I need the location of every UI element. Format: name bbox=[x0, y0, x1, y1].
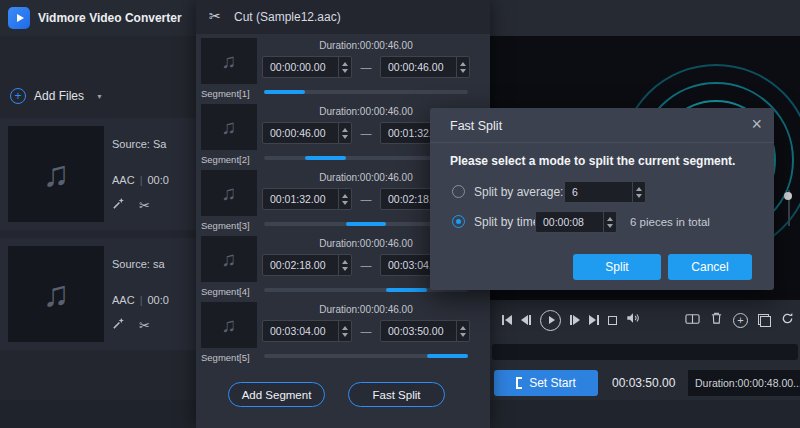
music-note-icon: ♫ bbox=[222, 50, 237, 73]
segment-label: Segment[3] bbox=[201, 220, 250, 231]
segment-start-input[interactable]: 00:00:00.00 bbox=[262, 56, 352, 78]
volume-slider-knob[interactable] bbox=[784, 192, 792, 200]
segment-duration: Duration:00:00:46.00 bbox=[262, 304, 470, 315]
average-count-value: 6 bbox=[572, 186, 578, 198]
spinner-arrows[interactable] bbox=[338, 255, 351, 275]
set-start-button[interactable]: Set Start bbox=[494, 370, 598, 396]
file-format-label: AAC|00:0 bbox=[112, 294, 196, 306]
file-item[interactable]: ♫ Source: Sa AAC|00:0 ✂ bbox=[0, 118, 196, 230]
fast-split-title: Fast Split bbox=[450, 119, 502, 133]
file-source-label: Source: Sa bbox=[112, 138, 196, 150]
segment-start-input[interactable]: 00:02:18.00 bbox=[262, 254, 352, 276]
segment-slider-fill[interactable] bbox=[427, 354, 468, 358]
file-item[interactable]: ♫ Source: sa AAC|00:0 ✂ bbox=[0, 238, 196, 350]
segment-thumbnail[interactable]: ♫ bbox=[201, 170, 257, 216]
split-by-average-radio[interactable] bbox=[452, 185, 465, 198]
codec-label: AAC bbox=[112, 174, 135, 186]
range-separator: — bbox=[352, 61, 380, 73]
add-files-label: Add Files bbox=[34, 89, 84, 103]
segment-label: Segment[1] bbox=[201, 88, 250, 99]
split-button[interactable]: Split bbox=[573, 254, 661, 280]
segment-end-input[interactable]: 00:03:50.00 bbox=[380, 320, 470, 342]
spinner-arrows[interactable] bbox=[603, 212, 616, 232]
segment-start-input[interactable]: 00:01:32.00 bbox=[262, 188, 352, 210]
segment-slider[interactable] bbox=[264, 90, 468, 94]
segment-row: ♫ Segment[1] Duration:00:00:46.00 00:00:… bbox=[196, 38, 490, 104]
reset-icon[interactable] bbox=[781, 311, 794, 329]
copy-icon[interactable] bbox=[758, 314, 771, 327]
segment-thumbnail[interactable]: ♫ bbox=[201, 302, 257, 348]
music-note-icon: ♫ bbox=[222, 314, 237, 337]
segment-slider-fill[interactable] bbox=[264, 90, 305, 94]
compare-icon[interactable] bbox=[685, 311, 700, 329]
start-time-value: 00:00:46.00 bbox=[270, 127, 325, 139]
music-note-icon: ♫ bbox=[222, 116, 237, 139]
play-icon[interactable] bbox=[540, 310, 561, 331]
skip-forward-icon[interactable] bbox=[589, 315, 599, 325]
scissors-icon[interactable]: ✂ bbox=[139, 318, 150, 333]
split-by-time-radio[interactable] bbox=[452, 215, 465, 228]
segment-label: Segment[4] bbox=[201, 286, 250, 297]
magic-wand-icon[interactable] bbox=[112, 196, 125, 214]
scissors-icon: ✂ bbox=[209, 8, 221, 24]
fast-split-dialog: Fast Split × Please select a mode to spl… bbox=[430, 108, 774, 290]
spinner-arrows[interactable] bbox=[456, 321, 469, 341]
segment-thumbnail[interactable]: ♫ bbox=[201, 104, 257, 150]
spinner-arrows[interactable] bbox=[456, 57, 469, 77]
segment-duration: Duration:00:00:46.00 bbox=[262, 40, 470, 51]
spinner-arrows[interactable] bbox=[338, 57, 351, 77]
segment-thumbnail[interactable]: ♫ bbox=[201, 236, 257, 282]
step-back-icon[interactable] bbox=[521, 315, 531, 325]
end-time-value: 00:00:46.00 bbox=[388, 61, 443, 73]
start-time-value: 00:00:00.00 bbox=[270, 61, 325, 73]
segment-slider[interactable] bbox=[264, 354, 468, 358]
player-footer bbox=[490, 400, 800, 428]
time-label: 00:0 bbox=[147, 174, 168, 186]
segment-label: Segment[2] bbox=[201, 154, 250, 165]
file-source-label: Source: sa bbox=[112, 258, 196, 270]
bracket-icon bbox=[516, 377, 522, 389]
step-forward-icon[interactable] bbox=[570, 315, 580, 325]
file-thumbnail: ♫ bbox=[8, 126, 104, 222]
divider: | bbox=[140, 174, 143, 186]
segment-slider-fill[interactable] bbox=[386, 288, 427, 292]
segment-start-input[interactable]: 00:00:46.00 bbox=[262, 122, 352, 144]
spinner-arrows[interactable] bbox=[338, 321, 351, 341]
stop-icon[interactable] bbox=[608, 316, 617, 325]
delete-icon[interactable] bbox=[710, 311, 723, 329]
segment-end-input[interactable]: 00:00:46.00 bbox=[380, 56, 470, 78]
segment-start-input[interactable]: 00:03:04.00 bbox=[262, 320, 352, 342]
range-separator: — bbox=[352, 259, 380, 271]
chevron-down-icon[interactable]: ▼ bbox=[96, 93, 103, 100]
add-segment-button[interactable]: Add Segment bbox=[228, 382, 325, 407]
scissors-icon[interactable]: ✂ bbox=[139, 198, 150, 213]
cancel-button[interactable]: Cancel bbox=[668, 254, 752, 280]
average-count-input[interactable]: 6 bbox=[564, 181, 646, 203]
add-icon[interactable]: + bbox=[733, 313, 748, 328]
time-interval-input[interactable]: 00:00:08 bbox=[535, 211, 617, 233]
segment-label: Segment[5] bbox=[201, 352, 250, 363]
music-note-icon: ♫ bbox=[43, 153, 70, 195]
close-icon[interactable]: × bbox=[751, 114, 762, 135]
player-timeline[interactable] bbox=[492, 344, 798, 360]
volume-icon[interactable] bbox=[626, 311, 640, 329]
end-time-value: 00:03:50.00 bbox=[388, 325, 443, 337]
vidmore-logo-icon bbox=[8, 7, 30, 29]
range-separator: — bbox=[352, 325, 380, 337]
spinner-arrows[interactable] bbox=[632, 182, 645, 202]
duration-display: Duration:00:00:48.00... bbox=[688, 370, 800, 396]
app-title: Vidmore Video Converter bbox=[38, 11, 182, 25]
skip-back-icon[interactable] bbox=[502, 315, 512, 325]
magic-wand-icon[interactable] bbox=[112, 316, 125, 334]
music-note-icon: ♫ bbox=[222, 182, 237, 205]
library-panel: + Add Files ▼ ♫ Source: Sa AAC|00:0 ✂ ♫ … bbox=[0, 36, 196, 428]
file-thumbnail: ♫ bbox=[8, 246, 104, 342]
segment-thumbnail[interactable]: ♫ bbox=[201, 38, 257, 84]
add-files-button[interactable]: + Add Files ▼ bbox=[10, 88, 103, 104]
segment-slider-fill[interactable] bbox=[305, 156, 346, 160]
spinner-arrows[interactable] bbox=[338, 189, 351, 209]
fast-split-button[interactable]: Fast Split bbox=[348, 382, 445, 407]
spinner-arrows[interactable] bbox=[338, 123, 351, 143]
cut-dialog-titlebar: ✂ Cut (Sample12.aac) bbox=[196, 0, 490, 34]
segment-slider-fill[interactable] bbox=[346, 222, 387, 226]
